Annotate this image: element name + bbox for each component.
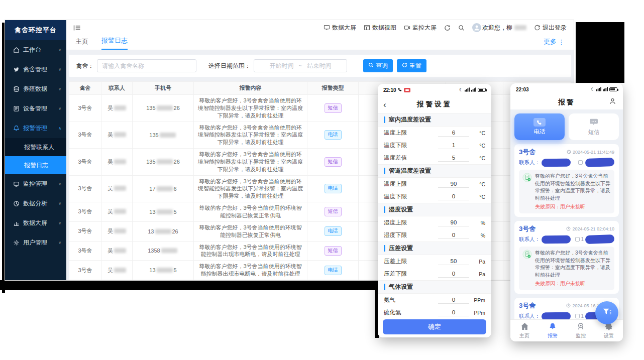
alarm-card[interactable]: 3号舍 2024-05-21 02:04:10 联系人： 1 [514,221,619,294]
refresh-icon[interactable] [444,25,451,31]
sidebar-item-farm-data[interactable]: 养殖数据 ∨ [5,79,66,99]
phone-suffix: 26 [174,159,180,165]
back-chevron-icon[interactable]: ‹ [383,100,386,109]
field-value-input[interactable]: 6 [438,130,469,137]
sidebar-item-user-mgmt[interactable]: 用户管理 ∨ [5,233,66,253]
date-range-input[interactable]: 开始时间 ~ 结束时间 [254,59,347,72]
tab-alarm-log[interactable]: 报警日志 [101,36,128,50]
sidebar-item-workbench[interactable]: 工作台 ∨ [5,40,66,60]
toggle-sms-tab[interactable]: 短信 [569,113,619,140]
house-name: 3号舍 [519,224,535,233]
phone-cell: 13526 [133,95,194,122]
field-value-input[interactable]: 90 [438,181,469,188]
nav-monitor[interactable]: 监控 [567,320,595,341]
table-body: 3号舍 吴 13526 尊敬的客户您好，3号舍禽舍当前使用的环境智能控制器发生以… [69,95,571,281]
field-value-input[interactable]: 1 [438,142,469,149]
sidebar-item-alarm-log[interactable]: 报警日志 [5,156,66,174]
settings-nav-bar: ‹ 报警设置 [378,96,491,113]
message-square-icon [578,160,583,165]
more-button[interactable]: 更多 ⋮ [544,37,565,50]
alarm-type-cell: 短信 [307,280,359,280]
table-row: 3号舍 吴 13526 尊敬的客户您好，3号舍禽舍当前使用的环境智能控制器发生以… [69,149,571,176]
contact-prefix: 吴 [108,267,113,273]
phone-prefix: 135 [146,105,155,111]
nav-alarm[interactable]: 报警 [539,320,567,341]
house-cell: 3号舍 [69,241,101,261]
status-left: 22:10 [383,87,410,93]
house-search-input[interactable] [97,59,196,72]
field-value-input[interactable]: 0 [438,297,469,304]
alarm-time-text: 2024-05-21 02:04:10 [572,226,614,231]
person-icon[interactable] [609,97,616,106]
sidebar-item-monitor-mgmt[interactable]: 监控管理 ∨ [5,174,66,194]
search-button[interactable]: 查询 [363,59,393,72]
toggle-call-tab[interactable]: 电话 [514,113,565,140]
field-value-input[interactable]: 50 [438,258,469,265]
pie-chart-icon [13,200,20,207]
monitor-icon [324,25,330,31]
nav-home[interactable]: 主页 [510,320,539,341]
col-contact: 联系人 [101,82,133,95]
reset-button[interactable]: 重置 [397,59,426,72]
field-value-input[interactable]: 5 [438,155,469,162]
field-value-input[interactable]: 90 [438,219,469,226]
redacted-phone-number [585,234,615,244]
link-data-screen[interactable]: 数据大屏 [324,24,356,32]
link-monitor-screen[interactable]: 监控大屏 [404,24,437,32]
alarm-type-badge: 短信 [325,207,342,216]
alarm-card[interactable]: 3号舍 2024-05-21 11:41:49 联系人： [514,144,619,217]
logout-link[interactable]: 退出登录 [534,24,567,32]
topbar: 数据大屏 数据视图 监控大屏 欢迎您，柳 [66,20,574,35]
contact-prefix: 吴 [108,105,113,111]
sidebar-item-house-mgmt[interactable]: 禽舍管理 ∨ [5,60,66,79]
app-title: 禽舍环控平台 [5,20,66,40]
house-cell: 3号舍 [69,149,101,176]
alarm-page-title: 报警 [559,98,575,107]
table-row: 3号舍 吴 1326 尊敬的客户您好，3号舍当前使用的环境智能控制器已恢复正常供… [69,221,571,241]
section-title: 管道温度差设置 [389,167,431,175]
chevron-down-icon: ∨ [58,87,61,91]
phone-cell: 1326 [133,221,194,241]
field-value-input[interactable]: 0 [438,271,469,278]
setting-field-row: 温度上限 90 °C [378,178,491,190]
field-label: 温度上限 [384,129,438,137]
sidebar-item-data-analysis[interactable]: 数据分析 ∨ [5,194,66,213]
phone-prefix: 135 [149,132,158,138]
field-value-input[interactable]: 0 [438,309,469,316]
redacted-phone [161,248,177,253]
phone-prefix: 17 [149,186,155,192]
link-data-view[interactable]: 数据视图 [364,24,396,32]
alarm-message-column: 尊敬的客户您好，3号舍禽舍当前使用的环境智能控制器发生以下异常报警：室内温度下限… [535,173,611,210]
alarm-message-text: 尊敬的客户您好，3号舍禽舍当前使用的环境智能控制器发生以下异常报警：室内温度下限… [535,250,611,279]
phone-suffix: 6 [174,186,177,192]
sidebar-item-alarm-mgmt[interactable]: 报警管理 ∧ [5,118,66,138]
table-row: 3号舍 吴 135 尊敬的客户您好，3号舍当前使用的环境智能控制器出现市电断电，… [69,261,571,280]
alarm-list-area: 电话 短信 3号舍 2024-05-21 11:41:49 [510,109,623,319]
sidebar-item-label: 数据分析 [23,199,47,208]
signal-icon [596,87,601,92]
field-value-input[interactable]: 0 [438,193,469,200]
field-label: 压差下限 [384,270,438,278]
field-value-input[interactable]: 0 [438,232,469,239]
date-range-label: 选择日期范围： [208,62,251,70]
contact-prefix: 吴 [108,228,113,234]
redacted-username [514,25,526,30]
phone-cell: 135 [133,202,194,222]
alarm-content-cell: 尊敬的客户您好，3号舍当前使用的环境智能控制器已恢复正常供电 [194,221,307,241]
col-type: 报警类型 [307,82,359,95]
sub-item-label: 报警联系人 [24,143,54,152]
moon-icon: ☾ [459,88,463,92]
alarm-log-table-card: 禽舍 联系人 手机号 报警内容 报警类型 报警时间 成功状态 备注 [69,81,571,280]
confirm-button[interactable]: 确定 [383,319,486,334]
search-icon[interactable] [458,25,465,31]
tab-home[interactable]: 主页 [75,37,88,50]
house-cell: 3号舍 [69,221,101,241]
collapse-sidebar-icon[interactable] [73,25,81,31]
sidebar-item-data-screen[interactable]: 数据大屏 ∨ [5,213,66,233]
home-icon [13,47,20,54]
camera-icon [404,25,410,31]
document-check-icon [522,250,532,287]
filter-fab-button[interactable] [595,301,618,324]
sidebar-item-device-mgmt[interactable]: 设备管理 ∨ [5,99,66,118]
sidebar-item-alarm-contacts[interactable]: 报警联系人 [5,138,66,156]
